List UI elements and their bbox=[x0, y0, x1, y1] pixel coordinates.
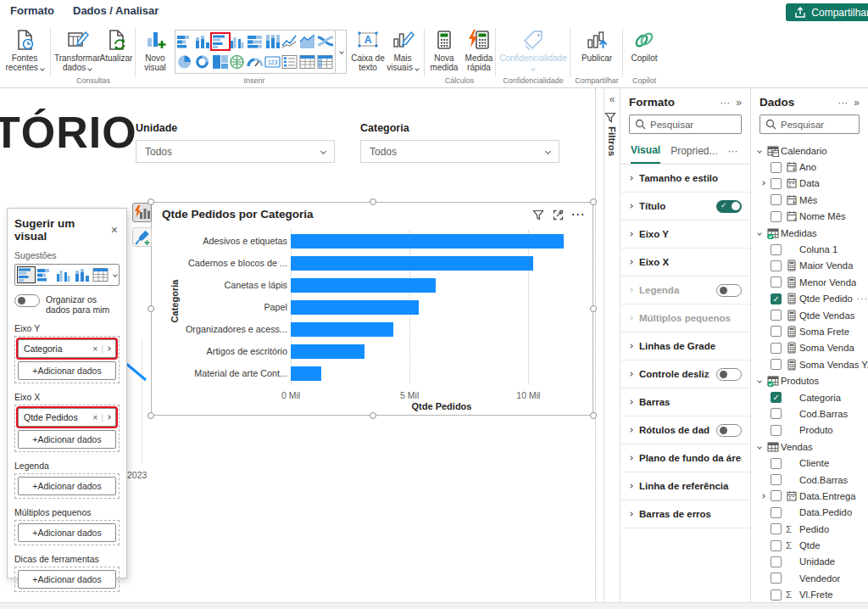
field-checkbox[interactable] bbox=[771, 211, 782, 222]
bar-6[interactable] bbox=[291, 366, 321, 381]
visual-gallery-expand-button[interactable] bbox=[337, 30, 347, 74]
tab-dados-analisar[interactable]: Dados / Analisar bbox=[73, 4, 159, 17]
field-row-vendas[interactable]: Vendas bbox=[751, 439, 868, 455]
field-chip-qtde-pedidos[interactable]: Qtde Pedidos×| bbox=[18, 408, 116, 427]
more-visuals-button[interactable]: Mais visuais bbox=[383, 28, 422, 72]
visual-type-line-icon[interactable] bbox=[281, 34, 298, 49]
tab-visual[interactable]: Visual bbox=[631, 144, 660, 164]
field-row-soma-venda[interactable]: Soma Venda bbox=[751, 340, 868, 356]
chevron-right-icon[interactable] bbox=[106, 346, 111, 351]
field-checkbox[interactable] bbox=[771, 556, 782, 567]
field-row-m-s[interactable]: Mês bbox=[751, 192, 868, 208]
field-row-medidas[interactable]: Medidas bbox=[751, 225, 868, 241]
field-row-data-entrega[interactable]: Data.Entrega bbox=[751, 488, 868, 504]
field-row-cod-barras[interactable]: Cod.Barras bbox=[751, 472, 868, 488]
field-checkbox[interactable] bbox=[771, 458, 782, 469]
refresh-button[interactable]: Atualizar bbox=[97, 28, 136, 63]
field-row-vendedor[interactable]: Vendedor bbox=[751, 570, 868, 586]
field-checkbox[interactable] bbox=[771, 507, 782, 518]
field-row-cod-barras[interactable]: Cod.Barras bbox=[751, 405, 868, 422]
field-row-unidade[interactable]: Unidade bbox=[751, 554, 868, 570]
format-section-eixo-x[interactable]: Eixo X bbox=[620, 249, 750, 277]
format-section-controle-deslizan-[interactable]: Controle deslizan... bbox=[620, 360, 750, 388]
chevron-down-icon[interactable] bbox=[757, 148, 762, 154]
visual-type-table-icon[interactable] bbox=[299, 54, 316, 70]
visual-type-bar-100-icon[interactable] bbox=[247, 34, 264, 49]
bar-3[interactable] bbox=[291, 300, 419, 315]
suggest-visual-onobject-button[interactable] bbox=[132, 203, 152, 222]
field-row-qtde-vendas[interactable]: Qtde Vendas bbox=[751, 307, 868, 323]
field-chip-categoria[interactable]: Categoria×| bbox=[18, 339, 116, 358]
suggestion-table-icon[interactable] bbox=[92, 267, 109, 282]
suggestion-clustered-column-icon[interactable] bbox=[55, 267, 72, 282]
format-search-input[interactable] bbox=[650, 120, 736, 130]
chevron-right-icon[interactable] bbox=[760, 494, 765, 499]
field-checkbox[interactable] bbox=[771, 310, 782, 321]
field-checkbox[interactable] bbox=[771, 178, 782, 189]
suggestion-clustered-bar-icon[interactable] bbox=[18, 267, 35, 282]
field-row-nome-m-s[interactable]: xNome Mês bbox=[751, 209, 868, 225]
chevron-down-icon[interactable] bbox=[757, 444, 762, 450]
field-row-calendario[interactable]: Calendario bbox=[751, 142, 868, 159]
format-section-t-tulo[interactable]: Título bbox=[620, 193, 750, 221]
field-row-coluna-1[interactable]: Coluna 1 bbox=[751, 241, 868, 257]
format-section-eixo-y[interactable]: Eixo Y bbox=[620, 221, 750, 249]
toggle-on[interactable] bbox=[716, 200, 742, 213]
toggle-off[interactable] bbox=[716, 424, 742, 437]
organize-data-toggle[interactable] bbox=[14, 294, 40, 307]
suggestion-stacked-bar-icon[interactable] bbox=[36, 267, 53, 282]
field-checkbox[interactable] bbox=[771, 408, 782, 419]
format-section-r-tulos-de-dados[interactable]: Rótulos de dados bbox=[620, 416, 750, 444]
selection-handle[interactable] bbox=[590, 412, 597, 419]
format-section-m-ltiplos-pequenos[interactable]: Múltiplos pequenos bbox=[620, 304, 750, 332]
visual-type-stacked-column-icon[interactable] bbox=[194, 34, 211, 49]
suggestions-expand-icon[interactable] bbox=[114, 267, 117, 282]
selection-handle[interactable] bbox=[370, 198, 376, 205]
field-row-menor-venda[interactable]: Menor Venda bbox=[751, 274, 868, 290]
field-row-data[interactable]: Data bbox=[751, 176, 868, 192]
toggle-off[interactable] bbox=[716, 284, 742, 297]
visual-type-map-icon[interactable] bbox=[229, 54, 246, 70]
suggestion-stacked-column-icon[interactable] bbox=[74, 267, 91, 282]
copilot-button[interactable]: Copilot bbox=[626, 28, 663, 63]
selection-handle[interactable] bbox=[590, 305, 597, 312]
collapse-pane-icon[interactable]: » bbox=[854, 97, 860, 109]
share-button[interactable]: Compartilhar bbox=[786, 3, 868, 21]
field-checkbox[interactable] bbox=[771, 474, 782, 485]
field-row-vl-frete[interactable]: ΣVl.Frete bbox=[751, 587, 868, 602]
chevron-right-icon[interactable] bbox=[760, 182, 765, 187]
field-row-qtde-pedidos[interactable]: ✓Qtde Pedidos··· bbox=[751, 291, 868, 307]
field-checkbox[interactable] bbox=[771, 490, 782, 501]
publish-button[interactable]: Publicar bbox=[575, 28, 619, 63]
format-section-legenda[interactable]: Legenda bbox=[620, 277, 750, 304]
focus-mode-icon[interactable] bbox=[553, 210, 564, 221]
visual-type-ribbon-chart-icon[interactable] bbox=[317, 34, 334, 49]
field-row-pedido[interactable]: ΣPedido bbox=[751, 521, 868, 537]
bar-4[interactable] bbox=[291, 322, 393, 337]
field-row-produtos[interactable]: Produtos bbox=[751, 372, 868, 388]
field-row-ano[interactable]: Ano bbox=[751, 159, 868, 175]
field-row-categoria[interactable]: ✓Categoria bbox=[751, 389, 868, 405]
quick-measure-button[interactable]: Medida rápida bbox=[461, 28, 497, 72]
chevron-down-icon[interactable] bbox=[757, 378, 762, 383]
tabs-more-icon[interactable]: ··· bbox=[728, 145, 738, 163]
selection-handle[interactable] bbox=[147, 412, 154, 419]
field-more-options-icon[interactable]: ··· bbox=[857, 294, 868, 304]
remove-field-icon[interactable]: × bbox=[92, 344, 97, 354]
transform-data-button[interactable]: Transformar dados bbox=[53, 28, 102, 72]
bar-1[interactable] bbox=[291, 256, 533, 271]
field-row-soma-frete[interactable]: Soma Frete bbox=[751, 323, 868, 339]
field-row-data-pedido[interactable]: Data.Pedido bbox=[751, 505, 868, 521]
selection-handle[interactable] bbox=[147, 198, 154, 205]
add-data-button[interactable]: +Adicionar dados bbox=[18, 430, 116, 449]
slicer-categoria-dropdown[interactable]: Todos bbox=[360, 140, 559, 163]
visual-type-column-100-icon[interactable] bbox=[264, 34, 281, 49]
field-checkbox[interactable] bbox=[771, 326, 782, 337]
bar-5[interactable] bbox=[291, 344, 364, 359]
field-checkbox[interactable] bbox=[771, 540, 782, 551]
field-row-produto[interactable]: Produto bbox=[751, 422, 868, 439]
new-measure-button[interactable]: Nova medida bbox=[426, 28, 462, 72]
field-checkbox[interactable] bbox=[771, 194, 782, 205]
selection-handle[interactable] bbox=[590, 198, 597, 205]
field-checkbox[interactable] bbox=[771, 260, 782, 271]
